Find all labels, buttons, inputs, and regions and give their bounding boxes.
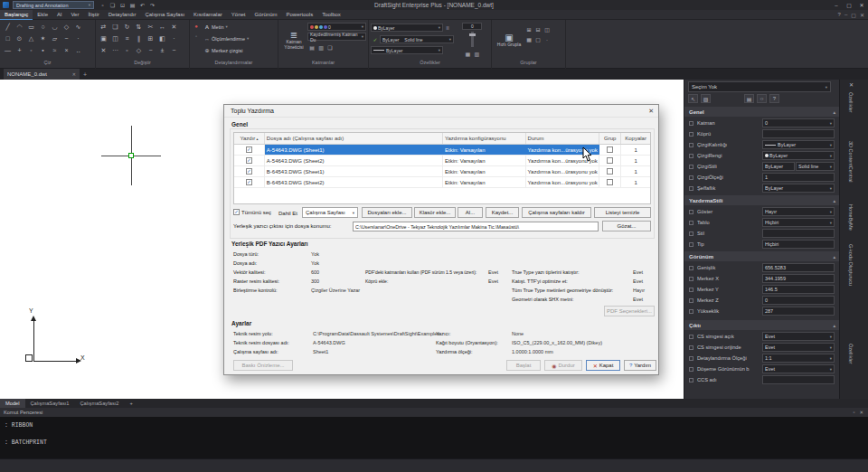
fillet-tool-icon[interactable]: ▣	[98, 33, 109, 44]
side-tab-properties[interactable]: Özellikler	[848, 92, 854, 113]
group-manager-icon[interactable]: ▦	[524, 34, 533, 44]
tab-yonet[interactable]: Yönet	[227, 10, 250, 20]
tab-kisitlamalar[interactable]: Kısıtlamalar	[189, 10, 227, 20]
circle-tool-icon[interactable]: ○	[37, 21, 49, 33]
select-entities-icon[interactable]: ↖	[688, 94, 698, 103]
cizgirengi-dropdown[interactable]: ByLayer▾	[762, 151, 835, 160]
yukseklik-field[interactable]: 287	[762, 307, 835, 316]
square-tool-icon[interactable]: □	[2, 33, 14, 44]
more-tool-icon[interactable]: ⋯	[109, 44, 121, 56]
open-icon[interactable]: ❏	[108, 1, 117, 9]
tab-baslangic[interactable]: Başlangıç	[0, 10, 33, 20]
diamond-tool-icon[interactable]: ◇	[133, 44, 145, 56]
print-preview-button[interactable]: Baskı Önizleme...	[233, 360, 293, 371]
print-checkbox[interactable]: ✓	[246, 179, 252, 185]
group-add-icon[interactable]: ⊞	[524, 24, 533, 34]
layer-state-dropdown[interactable]: Kaydedilmemiş Katman Du ▾	[307, 33, 366, 41]
table-header[interactable]: Yazdır▴ Dosya adı (Çalışma sayfası adı) …	[234, 133, 650, 145]
restore-icon[interactable]: ▢	[843, 0, 855, 10]
side-tab-properties-2[interactable]: Özellikler	[848, 344, 854, 364]
detay-olcegi-dropdown[interactable]: 1:1▾	[762, 354, 835, 363]
cizgikalinligi-dropdown[interactable]: ByLayer▾	[762, 140, 835, 149]
close-icon[interactable]: ✕	[849, 81, 854, 88]
block-tool-icon[interactable]: ▫	[121, 44, 133, 56]
layer-color-dropdown[interactable]: 0 ▾	[307, 23, 366, 31]
merkez-z-field[interactable]: 0	[762, 296, 835, 305]
select-all-control[interactable]: ✓ Tümünü seç	[233, 209, 271, 215]
merkez-y-field[interactable]: 146.5	[762, 285, 835, 294]
mirror-tool-icon[interactable]: ⇅	[133, 21, 145, 33]
polygon-tool-icon[interactable]: ◇	[61, 21, 72, 33]
stil-field[interactable]	[762, 229, 835, 238]
print-checkbox[interactable]: ✓	[246, 157, 252, 164]
chamfer-tool-icon[interactable]: ◫	[109, 33, 121, 44]
group-checkbox[interactable]	[607, 146, 613, 153]
cizgiolcegi-field[interactable]: 1	[762, 173, 835, 182]
tab-ver[interactable]: Ver	[66, 10, 83, 20]
undo-icon[interactable]: ↶	[138, 1, 146, 9]
pdf-options-button[interactable]: PDF Seçenekleri...	[604, 306, 655, 316]
wave-tool-icon[interactable]: ≈	[49, 44, 61, 56]
output-path-input[interactable]	[353, 222, 599, 231]
close-icon[interactable]: ✕	[855, 0, 868, 10]
sheet-tab-2[interactable]: ÇalışmaSayfası2	[75, 399, 125, 408]
kopru-field[interactable]	[762, 129, 835, 138]
xmark-tool-icon[interactable]: ×	[61, 44, 72, 56]
group-checkbox[interactable]	[607, 157, 613, 164]
add-folder-button[interactable]: Klasör ekle...	[414, 207, 456, 218]
help-icon[interactable]: ?	[838, 12, 841, 17]
transparency-slider[interactable]	[471, 32, 474, 47]
genislik-field[interactable]: 656.5283	[762, 263, 835, 272]
tab-al[interactable]: Al	[52, 10, 66, 20]
trim-tool-icon[interactable]: ✂	[145, 21, 156, 33]
table-row[interactable]: ✓ B-64543.DWG (Sheet1) Etkin: Varsayılan…	[234, 166, 650, 177]
doseme-dropdown[interactable]: Evet▾	[762, 364, 835, 373]
ellipse-tool-icon[interactable]: ◡	[49, 21, 61, 33]
katman-dropdown[interactable]: 0▾	[762, 118, 835, 127]
tab-detaylandir[interactable]: Detaylandır	[104, 10, 141, 20]
cross-tool-icon[interactable]: +	[14, 44, 25, 56]
array-tool-icon[interactable]: ⊞	[145, 33, 156, 44]
float-panel-icon[interactable]: ▫	[853, 410, 854, 415]
save-button[interactable]: Kaydet...	[486, 207, 519, 218]
tab-gorunum[interactable]: Görünüm	[250, 10, 281, 20]
help-icon[interactable]: ?	[769, 94, 779, 103]
seffaflik-dropdown[interactable]: ByLayer▾	[762, 184, 835, 193]
group-checkbox[interactable]	[607, 179, 613, 185]
doc-restore-icon[interactable]: ▢	[851, 12, 856, 18]
sheet-tab-1[interactable]: ÇalışmaSayfası1	[25, 399, 75, 408]
doc-close-icon[interactable]: ✕	[860, 12, 864, 18]
hatch-tool-icon[interactable]: ▪	[37, 44, 49, 56]
curve-tool-icon[interactable]: ~	[61, 33, 72, 44]
side-tab-homebyme[interactable]: HomeByMe	[848, 204, 854, 231]
cs-acik-dropdown[interactable]: Evet▾	[762, 332, 835, 341]
list-icon[interactable]: ▤	[744, 94, 754, 103]
erase-tool-icon[interactable]: ✕	[168, 21, 180, 33]
group-edit-icon[interactable]: ◫	[542, 24, 552, 34]
marker-icon[interactable]: ●	[192, 21, 201, 31]
group-toggle-icon[interactable]: ▢	[533, 34, 542, 44]
workspace-selector[interactable]: Drafting and Annotation ▾	[13, 1, 94, 9]
group-misc-icon[interactable]: ·	[542, 34, 552, 44]
arc-tool-icon[interactable]: ◠	[14, 21, 25, 33]
cs-orijinde-dropdown[interactable]: Evet▾	[762, 343, 835, 352]
ccs-adi-field[interactable]	[762, 375, 835, 384]
tablo-dropdown[interactable]: Hiçbiri▾	[762, 218, 835, 227]
lineweight-preview-icon[interactable]: |||	[443, 23, 452, 33]
sheet-tab-model[interactable]: Model	[0, 399, 25, 408]
close-icon[interactable]: ✕	[648, 108, 654, 115]
table-row[interactable]: ✓ B-64543.DWG (Sheet2) Etkin: Varsayılan…	[234, 177, 650, 188]
parallelogram-tool-icon[interactable]: ▱	[49, 33, 61, 44]
layer-isolate-icon[interactable]: ❏	[326, 42, 335, 52]
ring-tool-icon[interactable]: ⊙	[14, 33, 25, 44]
settings-icon[interactable]: ☼	[757, 94, 767, 103]
import-button[interactable]: Al...	[458, 207, 483, 218]
close-dialog-button[interactable]: ✕ Kapat	[586, 360, 620, 371]
line-tool-icon[interactable]: ╱	[2, 21, 14, 33]
dialog-title-bar[interactable]: Toplu Yazdırma ✕	[224, 105, 658, 118]
save-icon[interactable]: ⊡	[118, 1, 127, 9]
cizgistili-dropdown-b[interactable]: Solid line▾	[796, 162, 835, 171]
selection-dropdown[interactable]: Seçim Yok ▾	[688, 81, 831, 92]
layer-lock-icon[interactable]: ▥	[316, 42, 326, 52]
segment-tool-icon[interactable]: —	[2, 44, 14, 56]
